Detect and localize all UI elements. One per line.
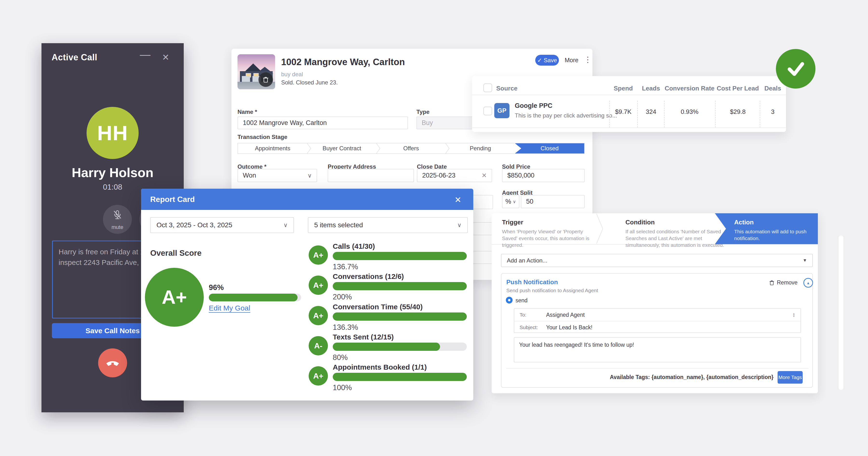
column-header-source[interactable]: Source [496,85,518,92]
name-input[interactable]: 1002 Mangrove Way, Carlton [238,117,408,129]
chevron-down-icon: ∨ [513,199,516,204]
remove-action-button[interactable]: Remove [769,279,798,286]
agent-split-value-input[interactable]: 50 [521,195,585,208]
metric-percent: 80% [333,353,348,362]
grade-badge: A- [309,336,328,355]
send-radio[interactable] [506,297,513,304]
divider [637,101,638,127]
caller-name: Harry Holson [41,165,184,180]
action-description: This automation will add to push notific… [734,228,814,242]
column-header-spend[interactable]: Spend [614,85,633,92]
cell-leads: 324 [646,108,656,116]
available-tags-text: Available Tags: {automation_name}, {auto… [501,374,774,380]
divider [609,101,610,127]
select-all-checkbox[interactable] [484,84,492,92]
divider [664,101,664,127]
to-label: To: [520,312,546,318]
metric-percent: 136.3% [333,323,358,332]
kebab-menu-icon[interactable]: ⋮ [584,55,592,64]
edit-my-goal-link[interactable]: Edit My Goal [209,304,250,313]
date-range-dropdown[interactable]: Oct 3, 2025 - Oct 3, 2025 ∨ [150,217,294,233]
agent-split-unit-select[interactable]: % ∨ [502,195,519,208]
source-description: This is the pay per click advertising so… [515,112,617,119]
column-header-cost-per-lead[interactable]: Cost Per Lead [717,85,759,92]
spinner-icons[interactable]: ▲ ▼ [793,312,795,317]
close-icon[interactable]: ✕ [455,195,462,205]
collapse-button[interactable]: ▲ [803,278,813,288]
hangup-button[interactable] [98,348,127,377]
automation-flow-banner: Trigger When 'Property Viewed' or 'Prope… [492,213,818,245]
add-action-dropdown[interactable]: Add an Action... ▼ [501,254,813,267]
trash-icon [262,76,269,83]
chevron-down-icon: ∨ [307,172,312,179]
mute-button[interactable]: mute [103,205,132,234]
divider [506,368,808,369]
deal-status: Sold. Closed June 23. [281,79,338,86]
stage-appointments[interactable]: Appointments [238,143,307,153]
stage-closed[interactable]: Closed [515,143,584,153]
source-name: Google PPC [515,102,552,110]
stage-pending[interactable]: Pending [446,143,515,153]
metric-label: Calls (41/30) [333,242,375,251]
column-header-deals[interactable]: Deals [764,85,781,92]
metric-progress-bar [333,373,467,381]
divider [760,101,760,127]
column-header-leads[interactable]: Leads [642,85,660,92]
grade-badge: A+ [309,276,328,295]
to-row[interactable]: To: Assigned Agent ▲ ▼ [514,309,801,321]
divider [472,94,786,95]
metric-progress-bar [333,312,467,321]
condition-title: Condition [625,219,655,226]
message-textarea[interactable]: Your lead has reengaged! It's time to fo… [514,337,801,362]
property-address-input[interactable] [328,169,414,182]
check-icon: ✓ [537,57,542,63]
push-notification-title: Push Notification [506,279,558,286]
mic-off-icon [111,210,124,221]
condition-description: If all selected conditions 'Number of Sa… [625,228,729,249]
save-deal-button[interactable]: ✓ Save [535,55,559,66]
spinner-down-icon[interactable]: ▼ [793,315,795,317]
transaction-stage-label: Transaction Stage [238,134,287,140]
overall-grade-badge: A+ [145,268,204,327]
type-label: Type [416,109,429,115]
cell-spend: $9.7K [615,108,631,116]
cell-cost-per-lead: $29.8 [730,108,745,116]
grade-badge: A+ [309,366,328,386]
sold-price-input[interactable]: $850,000 [502,169,585,182]
more-button[interactable]: More [565,57,579,64]
subject-row[interactable]: Subject: Your Lead Is Back! [514,321,801,334]
trigger-title: Trigger [502,219,523,226]
avatar: HH [87,107,138,159]
subject-value[interactable]: Your Lead Is Back! [546,324,592,331]
success-check-badge [776,49,815,89]
hangup-icon [104,354,121,371]
check-icon [784,57,807,80]
mute-label: mute [103,224,132,230]
minimize-icon[interactable]: — [140,49,151,61]
outcome-select[interactable]: Won ∨ [238,169,317,182]
to-value[interactable]: Assigned Agent [546,312,585,318]
metric-label: Conversation Time (55/40) [333,303,423,311]
column-header-conversion-rate[interactable]: Conversion Rate [665,85,715,92]
divider [715,101,716,127]
row-checkbox[interactable] [484,107,492,115]
metric-progress-bar [333,282,467,290]
chevron-down-icon: ∨ [283,222,288,228]
stage-offers[interactable]: Offers [376,143,445,153]
modal-title: Report Card [150,195,195,204]
overall-percent: 96% [209,283,224,292]
cell-conversion-rate: 0.93% [681,108,699,116]
grade-badge: A+ [309,246,328,265]
delete-photo-button[interactable] [258,73,273,87]
close-icon[interactable]: ✕ [162,52,169,62]
action-title: Action [734,219,754,226]
metrics-select-dropdown[interactable]: 5 items selected ∨ [308,217,468,233]
more-tags-button[interactable]: More Tags [778,371,803,383]
close-date-input[interactable]: 2025-06-23 ✕ [417,169,492,182]
cell-deals: 3 [771,108,774,116]
source-avatar: GP [494,103,509,118]
stage-buyer-contract[interactable]: Buyer Contract [307,143,376,153]
divider [472,127,786,128]
clear-date-icon[interactable]: ✕ [482,172,487,179]
send-radio-label: send [516,297,528,304]
